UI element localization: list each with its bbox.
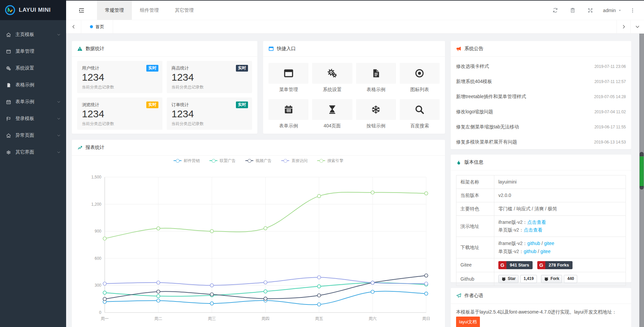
sidebar-menu: 主页模板菜单管理系统设置表格示例表单示例登录模板异常页面其它界面 <box>0 20 66 161</box>
stat-box-2: 浏览统计实时1234当前分类总记录数 <box>77 97 162 130</box>
quick-entry-label: 系统设置 <box>312 87 352 93</box>
sidebar-item-3[interactable]: 表格示例 <box>0 77 66 93</box>
quick-entry-1[interactable]: 系统设置 <box>312 63 352 93</box>
fire-icon <box>456 160 461 165</box>
fullscreen-button[interactable] <box>582 8 599 13</box>
gitee-badge[interactable]: G278 Forks <box>537 261 573 269</box>
file-text-icon <box>371 68 381 78</box>
gitee-badge[interactable]: G941 Stars <box>498 261 533 269</box>
sidebar-item-4[interactable]: 表单示例 <box>0 93 66 110</box>
stat-caption: 当前分类总记录数 <box>82 121 158 127</box>
card-report-header: 报表统计 <box>72 140 445 156</box>
notice-date: 2019-07-04 11:02 <box>594 110 626 114</box>
version-row-label: 下载地址 <box>456 237 494 258</box>
snowflake-icon <box>371 105 381 115</box>
card-system-notice-header: 系统公告 <box>451 41 631 57</box>
version-row-label: 框架名称 <box>456 175 494 189</box>
quick-entry-0[interactable]: 菜单管理 <box>268 63 308 93</box>
tab-home[interactable]: 首页 <box>81 20 113 33</box>
snowflake-icon <box>6 150 11 155</box>
notice-list: 修改选项卡样式2019-07-11 23:06新增系统404模板2019-07-… <box>451 57 631 150</box>
version-link[interactable]: gitee <box>540 249 550 254</box>
ellipsis-icon <box>630 8 635 13</box>
svg-text:1,500: 1,500 <box>91 175 101 179</box>
module-tab-1[interactable]: 组件管理 <box>132 1 167 20</box>
quick-entry-grid: 菜单管理系统设置表格示例图标列表表单示例404页面按钮示例百度搜索 <box>263 57 445 129</box>
report-chart: 周一周二周三周四周五周六周日03006009001,2001,500 <box>72 156 445 327</box>
app-logo[interactable]: LAYUI MINI <box>0 0 66 20</box>
quick-entry-label: 表单示例 <box>268 123 308 129</box>
stat-realtime-badge: 实时 <box>146 101 158 108</box>
sidebar-item-5[interactable]: 登录模板 <box>0 110 66 127</box>
notice-item-2[interactable]: 新增treetable插件和菜单管理样式2019-07-05 14:28 <box>456 89 626 104</box>
quick-entry-3[interactable]: 图标列表 <box>400 63 440 93</box>
indent-icon <box>78 7 85 14</box>
sidebar-item-label: 表格示例 <box>15 82 34 88</box>
module-tab-label: 常规管理 <box>105 7 124 13</box>
user-menu[interactable]: admin <box>599 8 626 13</box>
version-value: layuimini <box>498 179 516 185</box>
window-icon <box>268 46 274 51</box>
sidebar-item-label: 登录模板 <box>15 116 34 122</box>
github-fork-button[interactable]: Fork <box>541 275 562 283</box>
notice-item-0[interactable]: 修改选项卡样式2019-07-11 23:06 <box>456 59 626 74</box>
tab-scroll-left-button[interactable] <box>66 20 81 33</box>
tab-home-label: 首页 <box>96 24 104 30</box>
notice-date: 2019-06-13 14:53 <box>594 140 626 145</box>
file-text-icon <box>6 83 11 88</box>
sidebar-item-1[interactable]: 菜单管理 <box>0 43 66 60</box>
version-row-3: 演示地址iframe版-v2：点击查看单页版-v2：点击查看 <box>456 216 626 237</box>
fullscreen-icon <box>588 8 593 13</box>
version-link[interactable]: gitee <box>544 241 554 246</box>
github-star-count[interactable]: 1,419 <box>520 275 537 283</box>
layui-doc-badge[interactable]: layui文档 <box>456 317 480 327</box>
notice-item-1[interactable]: 新增系统404模板2019-07-11 12:57 <box>456 74 626 89</box>
tab-operations-button[interactable] <box>630 20 644 33</box>
quick-entry-2[interactable]: 表格示例 <box>356 63 396 93</box>
caret-down-icon <box>618 8 622 12</box>
version-link[interactable]: 点击查看 <box>524 227 542 233</box>
collapse-sidebar-button[interactable] <box>66 1 97 20</box>
chev-down-icon <box>57 133 61 137</box>
version-row-label: 演示地址 <box>456 216 494 237</box>
notice-date: 2019-07-11 23:06 <box>594 64 626 69</box>
chev-down-icon <box>57 150 61 154</box>
version-row-6: GithubStar1,419Fork440 <box>456 272 626 286</box>
more-menu-button[interactable] <box>626 8 639 13</box>
sidebar-item-6[interactable]: 异常页面 <box>0 127 66 144</box>
quick-entry-5[interactable]: 404页面 <box>312 99 352 129</box>
tab-scroll-right-button[interactable] <box>616 20 630 33</box>
stat-box-3: 订单统计实时1234当前分类总记录数 <box>167 97 252 130</box>
version-link[interactable]: github <box>524 249 536 254</box>
quick-entry-tile <box>400 99 440 120</box>
sidebar-item-7[interactable]: 其它界面 <box>0 144 66 161</box>
module-tab-0[interactable]: 常规管理 <box>97 1 132 20</box>
scrollbar[interactable] <box>639 34 644 327</box>
user-name: admin <box>603 8 616 13</box>
notice-item-5[interactable]: 修复多模块菜单栏展开有问题2019-06-13 14:53 <box>456 134 626 150</box>
quick-entry-6[interactable]: 按钮示例 <box>356 99 396 129</box>
quick-entry-7[interactable]: 百度搜索 <box>400 99 440 129</box>
paper-plane-icon <box>456 293 461 298</box>
version-link[interactable]: 点击查看 <box>527 219 546 225</box>
calendar-icon <box>6 99 11 105</box>
chevron-down-icon <box>635 24 640 29</box>
version-link[interactable]: github <box>527 241 540 246</box>
github-fork-count[interactable]: 440 <box>564 275 577 283</box>
version-row-4: 下载地址iframe版-v2：github / gitee单页版-v2：gith… <box>456 237 626 258</box>
card-quick-entry: 快捷入口 菜单管理系统设置表格示例图标列表表单示例404页面按钮示例百度搜索 <box>263 41 445 134</box>
app-title: LAYUI MINI <box>19 7 51 13</box>
github-star-button[interactable]: Star <box>498 275 518 283</box>
clear-cache-button[interactable] <box>564 7 582 13</box>
module-tab-2[interactable]: 其它管理 <box>167 1 202 20</box>
scrollbar-thumb[interactable] <box>640 152 644 190</box>
quick-entry-4[interactable]: 表单示例 <box>268 99 308 129</box>
card-report-title: 报表统计 <box>86 145 104 151</box>
card-data-stats-header: 数据统计 <box>72 41 257 57</box>
sidebar-item-2[interactable]: 系统设置 <box>0 60 66 77</box>
notice-item-4[interactable]: 修复左侧菜单缩放tab无法移动2019-06-17 11:55 <box>456 119 626 134</box>
refresh-button[interactable] <box>547 7 564 13</box>
refresh-icon <box>552 7 558 13</box>
notice-item-3[interactable]: 修改logo缩放问题2019-07-04 11:02 <box>456 104 626 119</box>
sidebar-item-0[interactable]: 主页模板 <box>0 26 66 43</box>
